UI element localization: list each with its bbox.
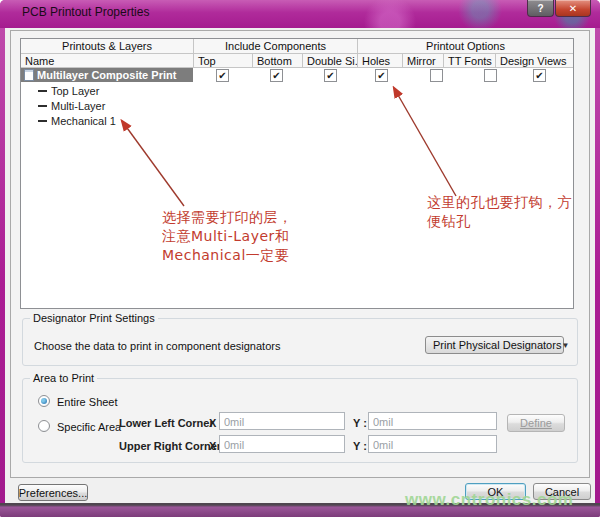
layer-color-icon [38,105,47,107]
define-button-label: Define [520,417,552,429]
define-button[interactable]: Define [507,414,565,432]
chevron-down-icon: ▼ [561,341,569,350]
upper-right-corner-label: Upper Right Corner [119,440,221,452]
radio-selected-dot [41,398,47,404]
lower-left-y-label: Y : [353,417,367,429]
checkbox-mirror[interactable] [430,69,443,82]
column-header-top[interactable]: Top [194,54,253,68]
pcb-printout-properties-dialog: PCB Printout Properties ? ✕ Printouts & … [0,0,600,517]
layer-item-multi-layer[interactable]: Multi-Layer [38,99,105,113]
upper-right-y-input[interactable] [368,435,497,453]
designator-dropdown-value: Print Physical Designators [433,339,561,351]
annotation-select-layers: 选择需要打印的层， 注意Multi-Layer和 Mechanical一定要 [162,208,293,265]
column-header-bottom[interactable]: Bottom [253,54,303,68]
window-title: PCB Printout Properties [22,5,149,19]
group-header-include-components: Include Components [194,39,358,54]
layer-color-icon [38,90,47,92]
column-header-design-views[interactable]: Design Views [496,54,573,68]
upper-right-y-label: Y : [353,440,367,452]
lower-left-x-input[interactable] [219,412,345,430]
area-group-label: Area to Print [30,372,97,384]
entire-sheet-label: Entire Sheet [57,396,118,408]
layer-label: Top Layer [51,85,99,97]
lower-left-corner-label: Lower Left Corner [119,417,214,429]
close-icon: ✕ [569,3,577,14]
choose-data-label: Choose the data to print in component de… [34,340,280,352]
group-header-printout-options: Printout Options [358,39,573,54]
preferences-button-label: Preferences... [19,487,87,499]
upper-right-x-input[interactable] [219,435,345,453]
printout-row-multilayer-composite[interactable]: Multilayer Composite Print [21,68,193,82]
specific-area-label: Specific Area [57,421,121,433]
title-bar[interactable]: PCB Printout Properties [0,0,600,28]
designator-dropdown[interactable]: Print Physical Designators ▼ [425,336,564,354]
help-icon: ? [537,3,543,14]
layer-label: Multi-Layer [51,100,105,112]
checkbox-tt-fonts[interactable] [484,69,497,82]
help-button[interactable]: ? [527,0,554,17]
watermark: www.cntronics.com [405,490,573,510]
column-header-name[interactable]: Name [21,54,194,68]
checkbox-holes[interactable]: ✔ [375,69,388,82]
column-header-double-side[interactable]: Double Si... [303,54,358,68]
preferences-button[interactable]: Preferences... [18,484,88,501]
layer-label: Mechanical 1 [51,115,116,127]
checkbox-double-side[interactable]: ✔ [324,69,337,82]
designator-group-label: Designator Print Settings [30,312,158,324]
column-header-holes[interactable]: Holes [358,54,403,68]
close-button[interactable]: ✕ [555,0,591,17]
checkbox-top[interactable]: ✔ [216,69,229,82]
column-header-tt-fonts[interactable]: TT Fonts [444,54,496,68]
annotation-check-holes: 这里的孔也要打钩，方 便钻孔 [427,193,572,231]
specific-area-radio[interactable] [38,420,50,432]
group-header-printouts-layers: Printouts & Layers [21,39,194,54]
layer-item-mechanical-1[interactable]: Mechanical 1 [38,114,116,128]
table-group-header-row: Printouts & Layers Include Components Pr… [21,39,573,54]
layer-item-top-layer[interactable]: Top Layer [38,84,99,98]
printout-name: Multilayer Composite Print [37,69,176,81]
entire-sheet-radio[interactable] [38,395,50,407]
column-header-mirror[interactable]: Mirror [403,54,444,68]
checkbox-design-views[interactable]: ✔ [533,69,546,82]
table-column-header-row: Name Top Bottom Double Si... Holes Mirro… [21,54,573,68]
printout-document-icon [24,69,34,81]
lower-left-y-input[interactable] [368,412,497,430]
checkbox-bottom[interactable]: ✔ [270,69,283,82]
layer-color-icon [38,120,47,122]
